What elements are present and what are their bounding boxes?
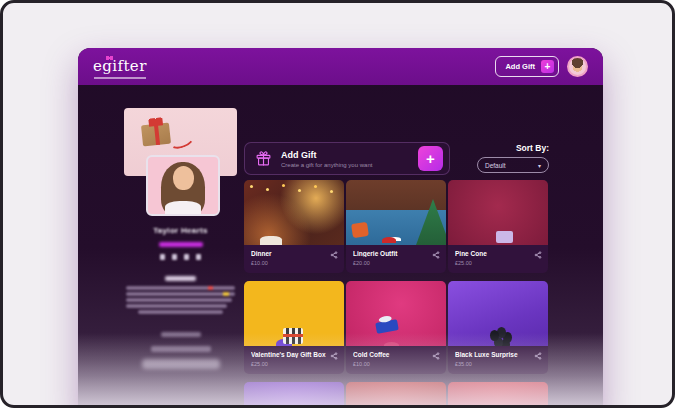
gift-card-caption: Dinner £10.00 <box>244 245 344 273</box>
about-heading-blurred <box>165 276 196 281</box>
app-header: egifter Add Gift + <box>78 48 603 85</box>
gift-card-photo <box>346 382 446 408</box>
share-icon[interactable] <box>330 352 338 360</box>
gift-card-caption: Valentine's Day Gift Box £25.00 <box>244 346 344 374</box>
gift-card-valentines-day-gift-box[interactable]: Valentine's Day Gift Box £25.00 <box>244 281 344 374</box>
gift-card-photo <box>448 382 548 408</box>
gift-card-lingerie-outfit[interactable]: Lingerie Outfit £20.00 <box>346 180 446 273</box>
add-gift-button-label: Add Gift <box>505 62 535 71</box>
gift-card-photo <box>244 382 344 408</box>
gift-card-cold-coffee[interactable]: Cold Coffee £10.00 <box>346 281 446 374</box>
plus-icon: + <box>541 60 554 73</box>
chevron-down-icon: ▾ <box>538 162 541 169</box>
add-gift-panel-title: Add Gift <box>281 150 418 160</box>
gift-card-photo <box>448 180 548 245</box>
profile-stat-blurred <box>142 359 220 369</box>
sort-selected-value: Default <box>485 162 506 169</box>
gift-card-price: £25.00 <box>251 361 337 367</box>
add-gift-panel-text: Add Gift Create a gift for anything you … <box>281 150 418 168</box>
gift-card-grid: Dinner £10.00 Lingerie Outfit £20. <box>244 180 548 408</box>
logo-text: egifter <box>93 57 147 75</box>
gift-card-pine-cone[interactable]: Pine Cone £25.00 <box>448 180 548 273</box>
share-icon[interactable] <box>432 251 440 259</box>
about-paragraph-blurred <box>126 286 235 314</box>
profile-photo[interactable] <box>146 155 220 216</box>
gift-card-title: Valentine's Day Gift Box <box>251 351 337 358</box>
gift-card-title: Black Luxe Surprise <box>455 351 541 358</box>
gift-card-price: £25.00 <box>455 260 541 266</box>
app-body: Taylor Hearts <box>78 85 603 408</box>
share-icon[interactable] <box>330 251 338 259</box>
profile-name: Taylor Hearts <box>124 226 237 235</box>
share-icon[interactable] <box>534 352 542 360</box>
gift-card-dinner[interactable]: Dinner £10.00 <box>244 180 344 273</box>
logo-tagline <box>94 77 146 79</box>
gift-card-price: £10.00 <box>353 361 439 367</box>
social-icon[interactable] <box>196 254 201 260</box>
gift-card-title: Cold Coffee <box>353 351 439 358</box>
share-icon[interactable] <box>534 251 542 259</box>
egifter-logo: egifter <box>93 59 147 74</box>
social-icons-row[interactable] <box>124 254 237 260</box>
gift-card-title: Pine Cone <box>455 250 541 257</box>
share-icon[interactable] <box>432 352 440 360</box>
gift-card-photo <box>244 180 344 245</box>
giftbox-illustration <box>141 123 171 147</box>
profile-sidebar: Taylor Hearts <box>124 85 237 408</box>
gift-card-caption: Black Luxe Surprise £35.00 <box>448 346 548 374</box>
gift-card-price: £10.00 <box>251 260 337 266</box>
gift-card-black-luxe-surprise[interactable]: Black Luxe Surprise £35.00 <box>448 281 548 374</box>
profile-handle-blurred[interactable] <box>159 242 203 247</box>
app-window: egifter Add Gift + T <box>78 48 603 408</box>
logo-ribbon-icon <box>106 55 113 60</box>
gift-icon <box>255 150 272 167</box>
add-gift-panel-subtitle: Create a gift for anything you want <box>281 162 418 168</box>
sort-by-label: Sort By: <box>477 143 549 153</box>
gift-card-title: Dinner <box>251 250 337 257</box>
add-gift-button[interactable]: Add Gift + <box>495 56 559 77</box>
gift-card-partial[interactable] <box>346 382 446 408</box>
ribbon-illustration <box>166 128 196 151</box>
gift-card-photo <box>346 180 446 245</box>
profile-stat-blurred <box>151 346 211 352</box>
gift-card-caption: Pine Cone £25.00 <box>448 245 548 273</box>
add-gift-panel[interactable]: Add Gift Create a gift for anything you … <box>244 142 450 175</box>
social-icon[interactable] <box>184 254 189 260</box>
gift-card-title: Lingerie Outfit <box>353 250 439 257</box>
gift-card-photo <box>448 281 548 346</box>
gift-card-photo <box>346 281 446 346</box>
gift-card-price: £20.00 <box>353 260 439 266</box>
header-actions: Add Gift + <box>495 56 588 77</box>
gift-card-caption: Lingerie Outfit £20.00 <box>346 245 446 273</box>
gift-card-partial[interactable] <box>448 382 548 408</box>
sort-dropdown[interactable]: Default ▾ <box>477 157 549 173</box>
gift-card-price: £35.00 <box>455 361 541 367</box>
gift-card-caption: Cold Coffee £10.00 <box>346 346 446 374</box>
social-icon[interactable] <box>172 254 177 260</box>
gift-card-partial[interactable] <box>244 382 344 408</box>
add-gift-plus-button[interactable]: + <box>418 146 443 171</box>
gift-card-photo <box>244 281 344 346</box>
social-icon[interactable] <box>160 254 165 260</box>
profile-stat-blurred <box>161 332 201 337</box>
screenshot-frame: egifter Add Gift + T <box>0 0 675 408</box>
user-avatar[interactable] <box>567 56 588 77</box>
